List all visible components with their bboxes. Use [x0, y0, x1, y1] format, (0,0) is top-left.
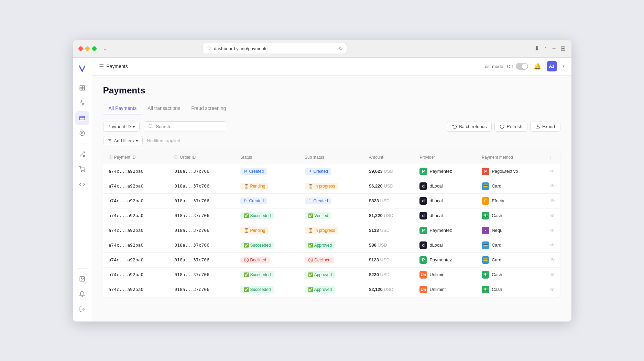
- sidebar-item-shuffle[interactable]: [75, 147, 89, 161]
- table-row[interactable]: a74c...a92ba0 018a...37c706 ⏳ Pending ⏳ …: [103, 223, 560, 238]
- sidebar-item-cart[interactable]: [75, 162, 89, 176]
- col-payment-id-label: Payment ID: [114, 155, 136, 160]
- top-nav: ☰ Payments Test mode · Off 🔔 A1 ▾: [92, 58, 571, 76]
- col-provider: Provider: [414, 151, 476, 164]
- payment-id-cell: a74c...a92ba0: [103, 238, 169, 252]
- eye-icon[interactable]: 👁: [550, 286, 555, 292]
- shield-icon: 🛡: [206, 46, 211, 51]
- avatar[interactable]: A1: [547, 61, 557, 71]
- status-cell: ✅ Succeeded: [235, 267, 299, 282]
- amount-cell: $220 USD: [363, 267, 414, 282]
- filter-label: Payment ID: [108, 124, 131, 129]
- sub-status-cell: ✅ Approved: [299, 267, 363, 282]
- table-row[interactable]: a74c...a92ba0 018a...37c706 ⏳ Pending ⏳ …: [103, 179, 560, 193]
- refresh-button[interactable]: Refresh: [494, 122, 527, 132]
- eye-icon[interactable]: 👁: [550, 242, 555, 248]
- hamburger-icon[interactable]: ☰: [99, 63, 104, 70]
- sidebar-item-payments[interactable]: [75, 111, 89, 125]
- new-tab-icon[interactable]: +: [552, 45, 556, 52]
- sub-status-cell: 🏳 Created: [299, 164, 363, 179]
- provider-cell: ddLocal: [414, 208, 476, 223]
- browser-actions: ⬇ ↑ + ⊞: [534, 45, 566, 52]
- sidebar-item-notifications[interactable]: [75, 287, 89, 301]
- sidebar-item-code[interactable]: [75, 178, 89, 191]
- traffic-light-red[interactable]: [78, 46, 83, 51]
- nav-chevron[interactable]: ⌄: [103, 46, 107, 51]
- payment-id-cell: a74c...a92ba0: [103, 208, 169, 223]
- bell-icon[interactable]: 🔔: [534, 63, 541, 70]
- grid-icon[interactable]: ⊞: [560, 45, 566, 52]
- row-view-cell: 👁: [544, 179, 560, 193]
- col-provider-label: Provider: [419, 155, 435, 160]
- sub-status-cell: 🏳 Created: [299, 193, 363, 208]
- sidebar-item-logout[interactable]: [75, 302, 89, 316]
- table-row[interactable]: a74c...a92ba0 018a...37c706 🚫 Declined 🚫…: [103, 252, 560, 267]
- eye-icon[interactable]: 👁: [550, 198, 555, 204]
- traffic-light-green[interactable]: [92, 46, 97, 51]
- expand-icon[interactable]: ›: [550, 154, 552, 160]
- table-row[interactable]: a74c...a92ba0 018a...37c706 ✅ Succeeded …: [103, 238, 560, 252]
- sidebar-bottom: [75, 266, 89, 316]
- col-amount: Amount: [363, 151, 414, 164]
- export-button[interactable]: Export: [530, 122, 560, 132]
- status-cell: ✅ Succeeded: [235, 208, 299, 223]
- row-view-cell: 👁: [544, 223, 560, 238]
- payment-id-cell: a74c...a92ba0: [103, 223, 169, 238]
- traffic-light-yellow[interactable]: [85, 46, 90, 51]
- provider-cell: ddLocal: [414, 238, 476, 252]
- main-content: ☰ Payments Test mode · Off 🔔 A1 ▾ Paymen…: [92, 58, 571, 321]
- col-payment-method-label: Payment method: [482, 155, 513, 160]
- col-sub-status-label: Sub status: [305, 155, 324, 160]
- col-sub-status: Sub status: [299, 151, 363, 164]
- table-header-row: ⓘ Payment ID ⓘ Order ID: [103, 151, 560, 164]
- search-input[interactable]: [156, 124, 218, 129]
- row-view-cell: 👁: [544, 208, 560, 223]
- eye-icon[interactable]: 👁: [550, 213, 555, 218]
- method-cell: EEfecty: [476, 193, 544, 208]
- app-logo[interactable]: [77, 63, 88, 74]
- eye-icon[interactable]: 👁: [550, 227, 555, 233]
- status-cell: 🚫 Declined: [235, 252, 299, 267]
- table-row[interactable]: a74c...a92ba0 018a...37c706 ✅ Succeeded …: [103, 267, 560, 282]
- table-row[interactable]: a74c...a92ba0 018a...37c706 ✅ Succeeded …: [103, 208, 560, 223]
- tab-fraud-screening[interactable]: Fraud screening: [186, 103, 231, 114]
- payment-id-filter[interactable]: Payment ID ▾: [103, 122, 140, 132]
- sidebar-item-analytics[interactable]: [75, 96, 89, 110]
- search-icon: [148, 124, 153, 129]
- row-view-cell: 👁: [544, 252, 560, 267]
- eye-icon[interactable]: 👁: [550, 183, 555, 189]
- test-mode-toggle[interactable]: Test mode · Off: [483, 63, 528, 70]
- share-icon[interactable]: ↑: [544, 45, 547, 52]
- reload-icon[interactable]: ↻: [339, 45, 343, 52]
- test-mode-switch[interactable]: [516, 63, 528, 70]
- table-row[interactable]: a74c...a92ba0 018a...37c706 ✅ Succeeded …: [103, 282, 560, 297]
- avatar-caret-icon[interactable]: ▾: [563, 64, 565, 69]
- table-row[interactable]: a74c...a92ba0 018a...37c706 🏳 Created 🏳 …: [103, 193, 560, 208]
- svg-point-15: [149, 124, 152, 127]
- sidebar-item-image[interactable]: [75, 272, 89, 286]
- sidebar: [73, 58, 92, 321]
- sidebar-item-integrations[interactable]: [75, 126, 89, 140]
- row-view-cell: 👁: [544, 267, 560, 282]
- app-layout: ☰ Payments Test mode · Off 🔔 A1 ▾ Paymen…: [73, 58, 571, 321]
- batch-refunds-button[interactable]: Batch refunds: [447, 122, 492, 132]
- status-cell: ✅ Succeeded: [235, 238, 299, 252]
- sidebar-divider: [77, 144, 88, 144]
- address-bar[interactable]: 🛡 dashboard.y.uno/payments ↻: [203, 43, 347, 54]
- sidebar-item-dashboard[interactable]: [75, 81, 89, 95]
- row-view-cell: 👁: [544, 238, 560, 252]
- payment-id-cell: a74c...a92ba0: [103, 179, 169, 193]
- tabs: All Payments All transactions Fraud scre…: [103, 103, 560, 114]
- eye-icon[interactable]: 👁: [550, 168, 555, 174]
- tab-all-payments[interactable]: All Payments: [103, 103, 142, 114]
- table-row[interactable]: a74c...a92ba0 018a...37c706 🏳 Created 🏳 …: [103, 164, 560, 179]
- add-filters-button[interactable]: Add filters ▾: [103, 136, 143, 145]
- eye-icon[interactable]: 👁: [550, 272, 555, 278]
- eye-icon[interactable]: 👁: [550, 257, 555, 263]
- download-icon[interactable]: ⬇: [534, 45, 539, 52]
- order-id-cell: 018a...37c706: [169, 164, 235, 179]
- sub-status-cell: ✅ Verified: [299, 208, 363, 223]
- test-mode-label: Test mode · Off: [483, 64, 513, 69]
- status-cell: ⏳ Pending: [235, 223, 299, 238]
- tab-all-transactions[interactable]: All transactions: [142, 103, 186, 114]
